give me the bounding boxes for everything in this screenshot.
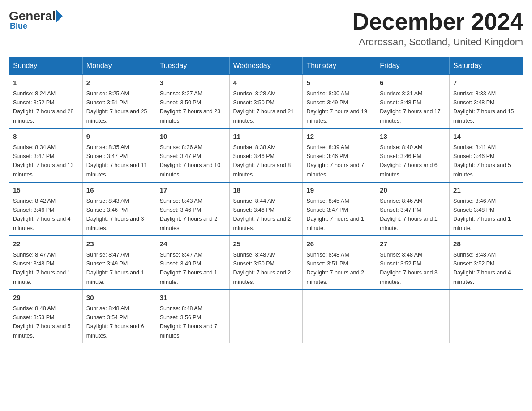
calendar-cell: 25 Sunrise: 8:48 AMSunset: 3:50 PMDaylig… [229,236,303,290]
day-number: 8 [13,132,79,142]
day-info: Sunrise: 8:40 AMSunset: 3:46 PMDaylight:… [380,144,438,178]
column-header-thursday: Thursday [303,57,376,75]
column-header-monday: Monday [82,57,156,75]
logo-arrow-icon [56,10,63,22]
day-info: Sunrise: 8:25 AMSunset: 3:51 PMDaylight:… [86,90,147,124]
day-info: Sunrise: 8:33 AMSunset: 3:48 PMDaylight:… [453,90,514,124]
day-number: 29 [13,293,79,303]
day-info: Sunrise: 8:42 AMSunset: 3:46 PMDaylight:… [13,198,71,231]
calendar-cell: 20 Sunrise: 8:46 AMSunset: 3:47 PMDaylig… [376,182,450,236]
day-number: 22 [13,239,79,249]
calendar-cell: 6 Sunrise: 8:31 AMSunset: 3:48 PMDayligh… [376,75,450,128]
calendar-cell: 18 Sunrise: 8:44 AMSunset: 3:46 PMDaylig… [229,182,303,236]
day-number: 16 [86,185,152,196]
week-row-3: 15 Sunrise: 8:42 AMSunset: 3:46 PMDaylig… [9,182,523,236]
day-info: Sunrise: 8:48 AMSunset: 3:54 PMDaylight:… [86,305,144,339]
day-info: Sunrise: 8:31 AMSunset: 3:48 PMDaylight:… [380,90,441,124]
day-number: 25 [233,239,299,249]
day-number: 1 [13,78,79,88]
calendar-cell [376,290,450,343]
week-row-4: 22 Sunrise: 8:47 AMSunset: 3:48 PMDaylig… [9,236,523,290]
day-number: 21 [453,185,519,196]
calendar-cell: 30 Sunrise: 8:48 AMSunset: 3:54 PMDaylig… [82,290,156,343]
day-number: 23 [86,239,152,249]
day-info: Sunrise: 8:43 AMSunset: 3:46 PMDaylight:… [86,198,144,231]
column-header-friday: Friday [376,57,450,75]
calendar-cell: 29 Sunrise: 8:48 AMSunset: 3:53 PMDaylig… [9,290,83,343]
calendar-cell: 11 Sunrise: 8:38 AMSunset: 3:46 PMDaylig… [229,128,303,182]
column-header-saturday: Saturday [450,57,523,75]
calendar-cell [450,290,523,343]
day-number: 28 [453,239,519,249]
day-info: Sunrise: 8:34 AMSunset: 3:47 PMDaylight:… [13,144,74,178]
calendar-cell: 22 Sunrise: 8:47 AMSunset: 3:48 PMDaylig… [9,236,83,290]
day-number: 10 [160,132,226,142]
day-info: Sunrise: 8:48 AMSunset: 3:52 PMDaylight:… [380,252,438,285]
calendar-cell: 5 Sunrise: 8:30 AMSunset: 3:49 PMDayligh… [303,75,376,128]
week-row-5: 29 Sunrise: 8:48 AMSunset: 3:53 PMDaylig… [9,290,523,343]
day-number: 27 [380,239,446,249]
day-number: 11 [233,132,299,142]
day-info: Sunrise: 8:47 AMSunset: 3:49 PMDaylight:… [160,252,218,285]
logo-blue-text: Blue [10,21,27,31]
day-info: Sunrise: 8:44 AMSunset: 3:46 PMDaylight:… [233,198,291,231]
day-info: Sunrise: 8:46 AMSunset: 3:48 PMDaylight:… [453,198,511,231]
calendar-header-row: SundayMondayTuesdayWednesdayThursdayFrid… [9,57,523,75]
calendar-cell: 12 Sunrise: 8:39 AMSunset: 3:46 PMDaylig… [303,128,376,182]
day-number: 3 [160,78,226,88]
month-title: December 2024 [352,9,523,34]
day-info: Sunrise: 8:48 AMSunset: 3:53 PMDaylight:… [13,305,71,339]
day-number: 2 [86,78,152,88]
day-number: 18 [233,185,299,196]
calendar-cell: 27 Sunrise: 8:48 AMSunset: 3:52 PMDaylig… [376,236,450,290]
calendar-cell: 1 Sunrise: 8:24 AMSunset: 3:52 PMDayligh… [9,75,83,128]
day-info: Sunrise: 8:48 AMSunset: 3:56 PMDaylight:… [160,305,218,339]
day-number: 15 [13,185,79,196]
day-info: Sunrise: 8:48 AMSunset: 3:52 PMDaylight:… [453,252,511,285]
day-number: 20 [380,185,446,196]
column-header-tuesday: Tuesday [156,57,229,75]
day-info: Sunrise: 8:46 AMSunset: 3:47 PMDaylight:… [380,198,438,231]
week-row-2: 8 Sunrise: 8:34 AMSunset: 3:47 PMDayligh… [9,128,523,182]
location-title: Ardrossan, Scotland, United Kingdom [352,36,523,48]
day-number: 14 [453,132,519,142]
day-number: 31 [160,293,226,303]
day-number: 7 [453,78,519,88]
calendar-table: SundayMondayTuesdayWednesdayThursdayFrid… [9,57,523,343]
day-number: 17 [160,185,226,196]
day-number: 13 [380,132,446,142]
page-header: General Blue December 2024 Ardrossan, Sc… [9,9,523,48]
calendar-cell: 19 Sunrise: 8:45 AMSunset: 3:47 PMDaylig… [303,182,376,236]
day-info: Sunrise: 8:24 AMSunset: 3:52 PMDaylight:… [13,90,74,124]
title-section: December 2024 Ardrossan, Scotland, Unite… [352,9,523,48]
calendar-cell: 26 Sunrise: 8:48 AMSunset: 3:51 PMDaylig… [303,236,376,290]
day-info: Sunrise: 8:30 AMSunset: 3:49 PMDaylight:… [306,90,367,124]
day-info: Sunrise: 8:27 AMSunset: 3:50 PMDaylight:… [160,90,221,124]
day-info: Sunrise: 8:35 AMSunset: 3:47 PMDaylight:… [86,144,147,178]
day-info: Sunrise: 8:47 AMSunset: 3:48 PMDaylight:… [13,252,71,285]
calendar-cell: 3 Sunrise: 8:27 AMSunset: 3:50 PMDayligh… [156,75,229,128]
calendar-cell: 7 Sunrise: 8:33 AMSunset: 3:48 PMDayligh… [450,75,523,128]
day-info: Sunrise: 8:28 AMSunset: 3:50 PMDaylight:… [233,90,294,124]
day-number: 9 [86,132,152,142]
calendar-cell: 28 Sunrise: 8:48 AMSunset: 3:52 PMDaylig… [450,236,523,290]
logo: General Blue [9,9,64,31]
calendar-cell: 24 Sunrise: 8:47 AMSunset: 3:49 PMDaylig… [156,236,229,290]
calendar-cell: 21 Sunrise: 8:46 AMSunset: 3:48 PMDaylig… [450,182,523,236]
day-number: 19 [306,185,372,196]
day-info: Sunrise: 8:48 AMSunset: 3:51 PMDaylight:… [306,252,364,285]
calendar-cell: 9 Sunrise: 8:35 AMSunset: 3:47 PMDayligh… [82,128,156,182]
day-number: 4 [233,78,299,88]
day-info: Sunrise: 8:43 AMSunset: 3:46 PMDaylight:… [160,198,218,231]
calendar-cell: 23 Sunrise: 8:47 AMSunset: 3:49 PMDaylig… [82,236,156,290]
calendar-cell: 14 Sunrise: 8:41 AMSunset: 3:46 PMDaylig… [450,128,523,182]
day-info: Sunrise: 8:48 AMSunset: 3:50 PMDaylight:… [233,252,291,285]
calendar-cell: 17 Sunrise: 8:43 AMSunset: 3:46 PMDaylig… [156,182,229,236]
day-number: 30 [86,293,152,303]
calendar-cell [303,290,376,343]
column-header-wednesday: Wednesday [229,57,303,75]
day-info: Sunrise: 8:47 AMSunset: 3:49 PMDaylight:… [86,252,144,285]
calendar-cell: 31 Sunrise: 8:48 AMSunset: 3:56 PMDaylig… [156,290,229,343]
day-info: Sunrise: 8:38 AMSunset: 3:46 PMDaylight:… [233,144,291,178]
calendar-cell: 13 Sunrise: 8:40 AMSunset: 3:46 PMDaylig… [376,128,450,182]
